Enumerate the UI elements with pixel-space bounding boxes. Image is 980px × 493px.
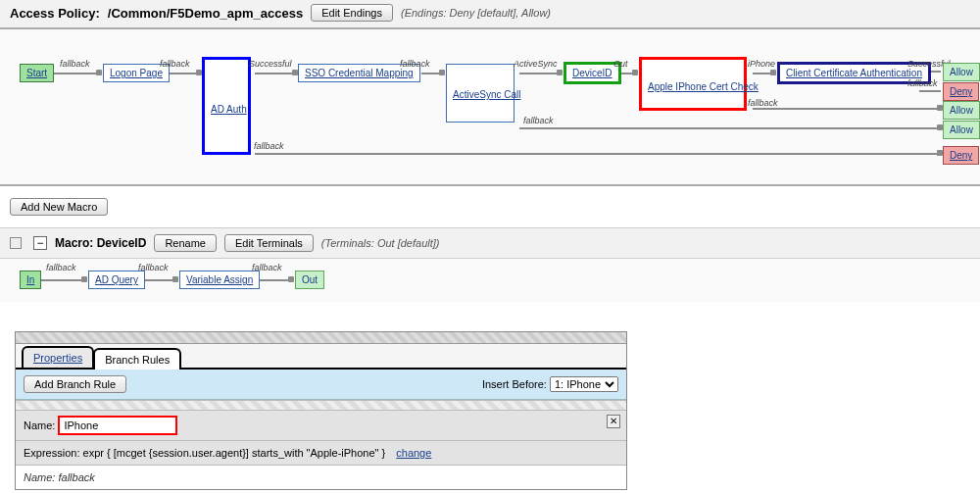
add-macro-row: Add New Macro: [0, 186, 980, 227]
branch-rules-panel: Properties Branch Rules Add Branch Rule …: [15, 331, 627, 490]
edge-label-fallback-cc: fallback: [906, 78, 939, 88]
ad-auth-node[interactable]: AD Auth: [202, 57, 251, 155]
macro-fallback-3: fallback: [251, 263, 283, 272]
macro-fallback-2: fallback: [137, 263, 170, 272]
macro-flow: In fallback AD Query fallback Variable A…: [0, 259, 980, 302]
deny-node-2[interactable]: Deny: [943, 146, 979, 165]
access-policy-flow: Start fallback Logon Page fallback AD Au…: [0, 29, 980, 186]
variable-assign-node[interactable]: Variable Assign: [179, 271, 260, 289]
collapse-toggle[interactable]: −: [33, 236, 47, 250]
panel-tabs: Properties Branch Rules: [16, 344, 626, 370]
insert-before-label: Insert Before:: [482, 378, 547, 390]
rule-close-button[interactable]: ✕: [607, 415, 620, 428]
edge-label-fallback-2: fallback: [159, 59, 191, 69]
edge-label-fallback: fallback: [59, 59, 91, 69]
rule-name-input[interactable]: [59, 417, 176, 434]
macro-title: Macro: DeviceID: [55, 236, 146, 250]
expression-label: Expression:: [24, 447, 79, 459]
macro-header: − Macro: DeviceID Rename Edit Terminals …: [0, 227, 980, 259]
endings-hint: (Endings: Deny [default], Allow): [401, 7, 551, 19]
add-new-macro-button[interactable]: Add New Macro: [10, 198, 108, 216]
rename-button[interactable]: Rename: [154, 234, 217, 252]
edge-label-fallback-3: fallback: [399, 59, 431, 69]
start-node[interactable]: Start: [20, 64, 54, 82]
allow-node-1[interactable]: Allow: [943, 63, 980, 81]
tab-branch-rules[interactable]: Branch Rules: [93, 348, 181, 370]
rule-name-row: Name: ✕: [16, 410, 626, 441]
edge-label-activesync: ActiveSync: [513, 59, 559, 69]
edge-label-out: Out: [612, 59, 629, 69]
macro-out-node[interactable]: Out: [295, 271, 324, 289]
macro-icon: [10, 237, 22, 249]
apple-iphone-cert-node[interactable]: Apple IPhone Cert Check: [639, 57, 747, 111]
allow-node-2[interactable]: Allow: [943, 101, 980, 120]
ad-query-node[interactable]: AD Query: [88, 271, 145, 289]
fallback-row: Name: fallback: [16, 466, 626, 489]
macro-in-node[interactable]: In: [20, 271, 41, 289]
name-label: Name:: [24, 419, 55, 431]
edge-label-fallback-apple: fallback: [747, 98, 779, 108]
policy-name: /Common/F5Demo_apm_access: [108, 6, 303, 21]
add-branch-rule-button[interactable]: Add Branch Rule: [24, 375, 126, 393]
expression-value: expr { [mcget {session.user.agent}] star…: [83, 447, 386, 459]
activesync-call-node[interactable]: ActiveSync Call: [446, 64, 514, 123]
macro-fallback-1: fallback: [45, 263, 77, 272]
change-link[interactable]: change: [396, 447, 431, 459]
panel-divider: [16, 400, 626, 410]
policy-title-label: Access Policy:: [10, 6, 100, 21]
insert-before-select[interactable]: 1: IPhone: [550, 376, 618, 392]
edge-label-iphone: iPhone: [747, 59, 776, 69]
tab-properties[interactable]: Properties: [22, 346, 94, 368]
edge-label-successful: Successful: [248, 59, 293, 69]
panel-drag-header[interactable]: [16, 332, 626, 344]
branch-toolbar: Add Branch Rule Insert Before: 1: IPhone: [16, 370, 626, 400]
allow-node-3[interactable]: Allow: [943, 121, 980, 139]
edge-label-fallback-as: fallback: [522, 116, 555, 125]
insert-before-group: Insert Before: 1: IPhone: [482, 376, 618, 392]
edit-endings-button[interactable]: Edit Endings: [311, 4, 393, 22]
edge-label-fallback-ad: fallback: [253, 141, 285, 151]
policy-header: Access Policy: /Common/F5Demo_apm_access…: [0, 0, 980, 29]
edit-terminals-button[interactable]: Edit Terminals: [224, 234, 314, 252]
deny-node-1[interactable]: Deny: [943, 82, 979, 101]
terminals-hint: (Terminals: Out [default]): [321, 237, 440, 249]
rule-expression-row: Expression: expr { [mcget {session.user.…: [16, 441, 626, 466]
